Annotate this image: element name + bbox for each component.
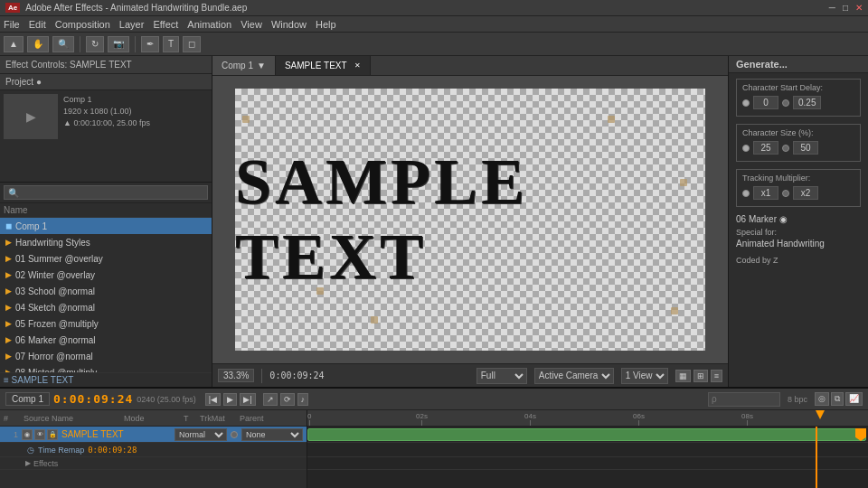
tl-btn-loop[interactable]: ⟳ bbox=[280, 393, 295, 406]
tl-btn-audio[interactable]: ♪ bbox=[297, 393, 309, 406]
comp-tab-sample-text[interactable]: SAMPLE TEXT ✕ bbox=[276, 56, 371, 75]
timeremap-icon: ◷ bbox=[27, 446, 34, 455]
effect-controls-bar: Effect Controls: SAMPLE TEXT bbox=[0, 56, 212, 74]
col-t: T bbox=[184, 414, 194, 423]
list-item[interactable]: ▶ 01 Summer @overlay bbox=[0, 250, 212, 267]
list-item[interactable]: ▶ 04 Sketch @normal bbox=[0, 299, 212, 315]
comp-ctrl-btn[interactable]: ▦ bbox=[675, 370, 691, 382]
tl-btn-next-frame[interactable]: ▶| bbox=[240, 393, 255, 406]
track-bar-layer1[interactable] bbox=[307, 428, 866, 441]
comp-ctrl-btn2[interactable]: ⊞ bbox=[693, 370, 708, 382]
tl-btn-motion-blur[interactable]: ◎ bbox=[815, 392, 829, 406]
menu-effect[interactable]: Effect bbox=[153, 19, 178, 30]
col-header-name: Name bbox=[4, 205, 28, 215]
list-item[interactable]: ▶ 05 Frozen @multiply bbox=[0, 315, 212, 332]
playhead-ruler-marker bbox=[816, 410, 825, 419]
hand-tool[interactable]: ✋ bbox=[27, 36, 49, 52]
menu-layer[interactable]: Layer bbox=[119, 19, 145, 30]
char-delay-radio1[interactable] bbox=[742, 99, 750, 107]
tab-close-icon[interactable]: ✕ bbox=[354, 61, 361, 70]
shape-tool[interactable]: ◻ bbox=[183, 36, 201, 52]
view-select[interactable]: 1 View bbox=[621, 368, 668, 384]
tracking-radio1[interactable] bbox=[742, 190, 750, 197]
tl-btn-prev-frame[interactable]: |◀ bbox=[205, 393, 221, 406]
solo-icon[interactable]: ◉ bbox=[22, 429, 33, 440]
close-btn[interactable]: ✕ bbox=[855, 3, 863, 13]
folder-icon: ▶ bbox=[5, 238, 12, 247]
visible-icon[interactable]: 👁 bbox=[34, 429, 45, 440]
list-item[interactable]: ▶ 06 Marker @normal bbox=[0, 332, 212, 348]
playhead-eff bbox=[816, 427, 817, 488]
rotate-tool[interactable]: ↻ bbox=[86, 36, 104, 52]
layer-bottom-item[interactable]: ≡ SAMPLE TEXT bbox=[0, 372, 212, 387]
text-tool[interactable]: T bbox=[163, 36, 179, 52]
project-label: Project ● bbox=[5, 77, 42, 87]
menu-view[interactable]: View bbox=[241, 19, 262, 30]
list-item[interactable]: ▶ Handwriting Styles bbox=[0, 234, 212, 250]
zoom-tool[interactable]: 🔍 bbox=[52, 36, 74, 52]
menu-animation[interactable]: Animation bbox=[187, 19, 231, 30]
char-start-delay-group: Character Start Delay: 0 0.25 bbox=[736, 79, 861, 117]
menu-file[interactable]: File bbox=[4, 19, 20, 30]
camera-select[interactable]: Active Camera bbox=[534, 368, 614, 384]
char-size-radio2[interactable] bbox=[782, 145, 789, 152]
tracking-radio2[interactable] bbox=[782, 190, 789, 197]
project-panel: Project ● ▶ Comp 1 1920 x 1080 (1.00) ▲ … bbox=[0, 74, 212, 183]
char-delay-radio2[interactable] bbox=[782, 99, 789, 107]
layer-mode-select[interactable]: NormalOverlayMultiply bbox=[175, 428, 227, 441]
tl-effects-row[interactable]: ▶ Effects bbox=[0, 457, 307, 470]
minimize-btn[interactable]: ─ bbox=[829, 3, 835, 13]
menu-edit[interactable]: Edit bbox=[29, 19, 46, 30]
char-size-val2: 50 bbox=[793, 141, 818, 155]
camera-tool[interactable]: 📷 bbox=[108, 36, 129, 52]
folder-icon: ▶ bbox=[5, 303, 12, 312]
tl-right: 0 02s 04s 06s 08s bbox=[307, 410, 868, 488]
tl-btn-ram[interactable]: ↗ bbox=[263, 393, 278, 406]
select-tool[interactable]: ▲ bbox=[4, 36, 24, 52]
char-size-radio1[interactable] bbox=[742, 145, 750, 152]
quality-select[interactable]: FullHalfQuarter bbox=[476, 368, 527, 384]
right-panel-title: Generate... bbox=[729, 56, 868, 73]
project-panel-header: Project ● bbox=[0, 74, 212, 90]
list-item[interactable]: ◼ Comp 1 bbox=[0, 218, 212, 234]
tl-btn-frame-blend[interactable]: ⧉ bbox=[831, 392, 844, 406]
list-item[interactable]: ▶ 07 Horror @normal bbox=[0, 348, 212, 364]
list-item[interactable]: ▶ 08 Misted @multiply bbox=[0, 364, 212, 372]
menu-composition[interactable]: Composition bbox=[55, 19, 110, 30]
layer-parent-select[interactable]: None bbox=[241, 428, 303, 441]
layer-num: 1 bbox=[4, 430, 18, 439]
list-item[interactable]: ▶ 02 Winter @overlay bbox=[0, 267, 212, 283]
timeremap-tc[interactable]: 0:00:09:28 bbox=[88, 446, 137, 455]
pen-tool[interactable]: ✒ bbox=[141, 36, 159, 52]
zoom-level[interactable]: 33.3% bbox=[218, 369, 254, 382]
tl-btn-play[interactable]: ▶ bbox=[223, 393, 237, 406]
timeline-search-input[interactable] bbox=[708, 392, 780, 407]
lock-icon[interactable]: 🔒 bbox=[47, 429, 58, 440]
comp-bottom-bar: 33.3% 0:00:09:24 FullHalfQuarter Active … bbox=[212, 363, 728, 387]
comp-tab-comp1[interactable]: Comp 1 ▼ bbox=[212, 56, 276, 75]
menu-window[interactable]: Window bbox=[271, 19, 307, 30]
project-thumbnail: ▶ bbox=[4, 94, 58, 139]
window-controls[interactable]: ─ □ ✕ bbox=[829, 3, 863, 13]
track-effects-row bbox=[307, 457, 868, 470]
layer-comp1-label: Comp 1 bbox=[15, 221, 47, 231]
track-matte-dot[interactable] bbox=[231, 431, 238, 438]
search-input[interactable] bbox=[4, 185, 208, 200]
ruler-tick bbox=[747, 420, 748, 426]
menu-help[interactable]: Help bbox=[316, 19, 336, 30]
ruler-mark: 08s bbox=[741, 412, 753, 426]
timeline-comp-label[interactable]: Comp 1 bbox=[5, 392, 50, 406]
comp-ctrl-btn3[interactable]: ≡ bbox=[711, 370, 722, 382]
folder-icon: ▶ bbox=[5, 254, 12, 263]
maximize-btn[interactable]: □ bbox=[843, 3, 848, 13]
effects-label: Effects bbox=[33, 459, 58, 468]
tl-btn-graph[interactable]: 📈 bbox=[845, 392, 863, 406]
list-item[interactable]: ▶ 03 School @normal bbox=[0, 283, 212, 299]
center-panel: Comp 1 ▼ SAMPLE TEXT ✕ SAMPLE TEXT bbox=[212, 56, 728, 387]
timeline-timecode[interactable]: 0:00:09:24 bbox=[53, 392, 133, 406]
item-01: 01 Summer @overlay bbox=[15, 254, 103, 264]
ruler-mark: 04s bbox=[524, 412, 536, 426]
timeline-layer-row[interactable]: 1 ◉ 👁 🔒 SAMPLE TEXT NormalOverlayMultipl… bbox=[0, 427, 307, 443]
composition-canvas[interactable]: SAMPLE TEXT bbox=[235, 89, 705, 351]
col-num: # bbox=[4, 414, 18, 423]
